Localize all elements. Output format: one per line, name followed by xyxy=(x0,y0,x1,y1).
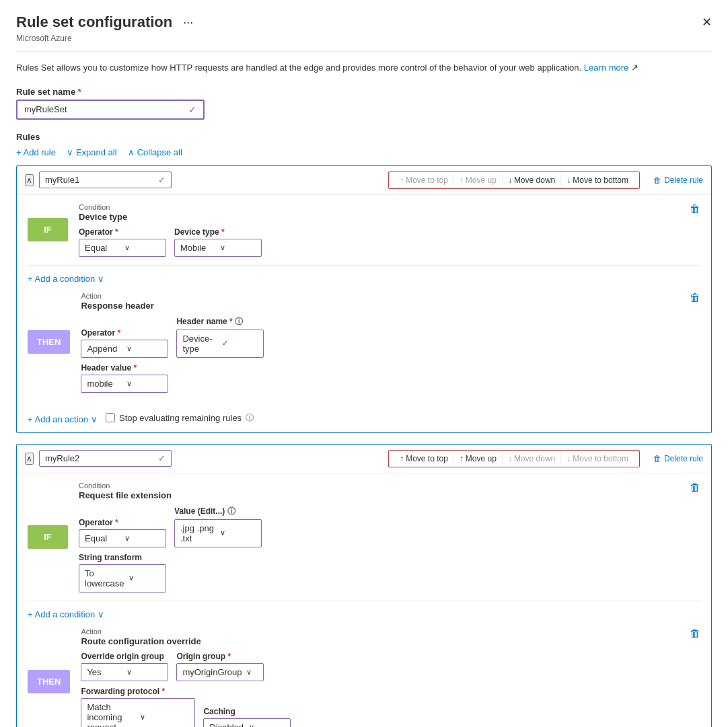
rule1-header-value-row: Header value * mobile ∨ xyxy=(81,363,679,393)
rule1-name-input[interactable] xyxy=(45,175,158,185)
rule1-device-type-select[interactable]: Mobile ∨ xyxy=(174,239,262,257)
rule1-add-action-chevron: ∨ xyxy=(91,414,98,424)
rule1-action-operator-group: Operator * Append ∨ xyxy=(81,328,168,358)
rule2-operator-select[interactable]: Equal ∨ xyxy=(79,529,166,547)
rule2-value-select[interactable]: .jpg .png .txt ∨ xyxy=(174,519,262,547)
rule1-action-type: Action xyxy=(81,292,679,300)
rule2-value-label: Value (Edit...) ⓘ xyxy=(174,506,262,517)
rule2-collapse-button[interactable]: ∧ xyxy=(25,453,34,465)
rule1-condition-details: Condition Device type Operator * Equal ∨ xyxy=(79,203,679,257)
rule1-move-to-top-button[interactable]: ↑ Move to top xyxy=(394,174,453,187)
rule2-condition-delete-button[interactable]: 🗑 xyxy=(690,482,700,494)
rules-toolbar: + Add rule ∨ Expand all ∧ Collapse all xyxy=(16,147,712,157)
rule1-header-name-select[interactable]: Device-type ✓ xyxy=(176,330,264,358)
rule1-condition-delete-button[interactable]: 🗑 xyxy=(690,203,700,215)
move-up-icon: ↑ xyxy=(460,454,464,463)
rule2-forwarding-protocol-select[interactable]: Match incoming request ∨ xyxy=(81,698,195,728)
rule2-forwarding-row: Forwarding protocol * Match incoming req… xyxy=(81,687,679,728)
rule2-move-to-bottom-button[interactable]: ↓ Move to bottom xyxy=(561,452,634,465)
rule1-device-type-label: Device type * xyxy=(174,227,262,237)
rule2-condition-row: IF Condition Request file extension Oper… xyxy=(28,482,700,601)
rule2-name-input[interactable] xyxy=(45,453,158,463)
rule2-condition-name: Request file extension xyxy=(79,490,679,500)
rule1-add-condition-chevron: ∨ xyxy=(98,274,104,284)
rule1-condition-row: IF Condition Device type Operator * Equa… xyxy=(28,203,700,266)
rule2-caching-select[interactable]: Disabled ∨ xyxy=(203,718,291,728)
rule1-operator-chevron: ∨ xyxy=(124,243,160,252)
rule1-header-name-label: Header name * ⓘ xyxy=(176,316,264,328)
rule2-override-origin-chevron: ∨ xyxy=(126,668,162,677)
rule1-check-icon: ✓ xyxy=(158,175,166,185)
rule1-move-to-bottom-button[interactable]: ↓ Move to bottom xyxy=(561,174,634,187)
rule2-action-fields-row: Override origin group Yes ∨ Origin group… xyxy=(81,652,679,681)
rule1-header-value-chevron: ∨ xyxy=(126,379,162,388)
rule2-add-condition-button[interactable]: + Add a condition ∨ xyxy=(28,609,104,619)
rule1-header: ∧ ✓ ↑ Move to top ↑ Move up xyxy=(17,166,711,195)
move-down-icon: ↓ xyxy=(508,454,512,463)
rule2-operator-label: Operator * xyxy=(79,518,166,527)
rule1-action-operator-label: Operator * xyxy=(81,328,168,338)
rule2-override-origin-group: Override origin group Yes ∨ xyxy=(81,652,168,681)
learn-more-link[interactable]: Learn more xyxy=(584,63,628,73)
panel-title: Rule set configuration xyxy=(16,13,172,31)
move-to-top-icon: ↑ xyxy=(400,176,404,185)
rule2-then-badge: THEN xyxy=(28,670,70,693)
rule1-condition-type: Condition xyxy=(79,203,679,211)
rule1-action-details: Action Response header Operator * Append… xyxy=(81,292,679,393)
rule2-string-transform-select[interactable]: To lowercase ∨ xyxy=(79,564,166,592)
rule2-if-badge: IF xyxy=(28,525,68,549)
rule-set-name-input[interactable] xyxy=(24,104,188,114)
rule1-action-name: Response header xyxy=(81,301,679,311)
ellipsis-button[interactable]: ··· xyxy=(179,15,197,30)
rule1-add-action-row: + Add an action ∨ Stop evaluating remain… xyxy=(28,406,700,424)
rule2-operator-chevron: ∨ xyxy=(124,534,160,543)
rule-set-name-field[interactable]: ✓ xyxy=(16,100,205,120)
rule2-override-origin-select[interactable]: Yes ∨ xyxy=(81,663,168,681)
rule2-forwarding-protocol-label: Forwarding protocol * xyxy=(81,687,195,696)
move-down-icon: ↓ xyxy=(508,176,512,185)
rule1-operator-select[interactable]: Equal ∨ xyxy=(79,239,166,257)
rule2-action-type: Action xyxy=(81,627,679,636)
rule1-body: IF Condition Device type Operator * Equa… xyxy=(17,195,711,432)
rules-label: Rules xyxy=(16,132,712,142)
rule2-delete-rule-button[interactable]: 🗑 Delete rule xyxy=(653,454,703,463)
rule1-name-field[interactable]: ✓ xyxy=(39,171,172,188)
rule2-move-down-button[interactable]: ↓ Move down xyxy=(503,452,560,465)
rule2-condition-details: Condition Request file extension Operato… xyxy=(79,482,679,592)
rule1-stop-eval-checkbox[interactable] xyxy=(106,413,115,422)
rule1-add-condition-button[interactable]: + Add a condition ∨ xyxy=(28,274,104,284)
rule1-move-up-button[interactable]: ↑ Move up xyxy=(454,174,502,187)
rule1-header-name-chevron: ✓ xyxy=(222,339,258,348)
collapse-all-button[interactable]: ∧ Collapse all xyxy=(128,147,182,157)
rule2-move-to-top-button[interactable]: ↑ Move to top xyxy=(394,452,453,465)
rule2-move-up-button[interactable]: ↑ Move up xyxy=(454,452,502,465)
rule1-add-action-button[interactable]: + Add an action ∨ xyxy=(28,414,98,424)
rule2-value-group: Value (Edit...) ⓘ .jpg .png .txt ∨ xyxy=(174,506,262,547)
rule1-action-operator-select[interactable]: Append ∨ xyxy=(81,340,168,358)
rule1-delete-rule-button[interactable]: 🗑 Delete rule xyxy=(653,176,703,185)
rule2-name-field[interactable]: ✓ xyxy=(39,450,172,467)
rule1-stop-eval: Stop evaluating remaining rules ⓘ xyxy=(106,412,254,424)
rule2-string-transform-group: String transform To lowercase ∨ xyxy=(79,553,166,592)
rule2-origin-group-select[interactable]: myOriginGroup ∨ xyxy=(176,663,264,681)
close-button[interactable]: ✕ xyxy=(702,15,712,30)
rule1-header-value-select[interactable]: mobile ∨ xyxy=(81,375,168,393)
rule1-header-name-info-icon: ⓘ xyxy=(235,317,243,326)
rule2-override-origin-label: Override origin group xyxy=(81,652,168,661)
expand-all-button[interactable]: ∨ Expand all xyxy=(67,147,117,157)
rule2-action-name: Route configuration override xyxy=(81,636,679,646)
move-to-bottom-icon: ↓ xyxy=(567,454,571,463)
rule2-operator-group: Operator * Equal ∨ xyxy=(79,518,166,547)
rule2-action-delete-button[interactable]: 🗑 xyxy=(690,627,700,640)
delete-icon: 🗑 xyxy=(653,176,661,185)
rule1-collapse-button[interactable]: ∧ xyxy=(25,174,34,186)
rule1-device-type-group: Device type * Mobile ∨ xyxy=(174,227,262,257)
rule1-action-delete-button[interactable]: 🗑 xyxy=(690,292,700,304)
add-rule-button[interactable]: + Add rule xyxy=(16,147,56,157)
rule1-move-down-button[interactable]: ↓ Move down xyxy=(503,174,560,187)
rule1-stop-eval-info-icon: ⓘ xyxy=(246,412,254,424)
rule-card-2: ∧ ✓ ↑ Move to top ↑ Move up xyxy=(16,444,712,728)
rule-set-name-label: Rule set name * xyxy=(16,87,712,97)
rule-card-1: ∧ ✓ ↑ Move to top ↑ Move up xyxy=(16,165,712,433)
delete-icon: 🗑 xyxy=(653,454,661,463)
